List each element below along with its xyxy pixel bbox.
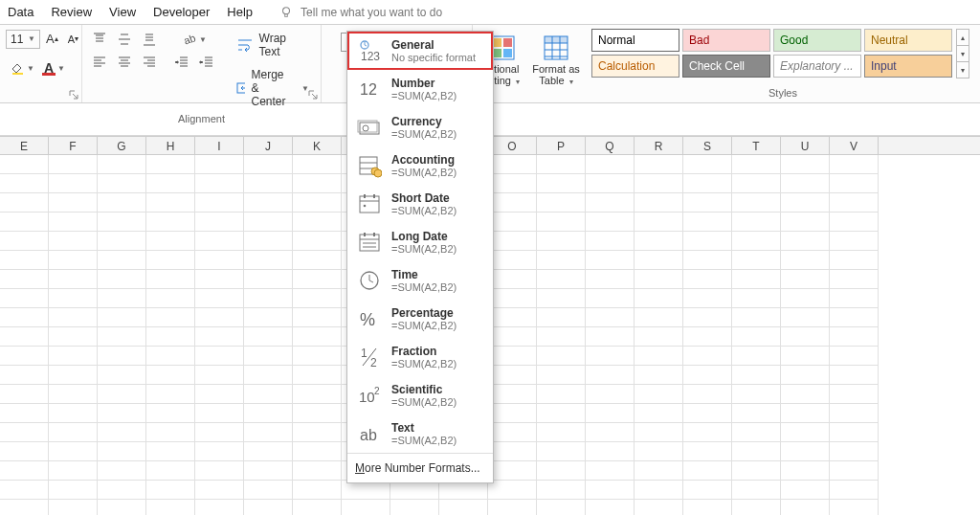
cell[interactable] [830, 308, 879, 327]
number-format-accounting[interactable]: Accounting=SUM(A2,B2) [347, 146, 493, 185]
style-check-cell[interactable]: Check Cell [682, 55, 770, 78]
cell[interactable] [195, 500, 244, 515]
decrease-indent-button[interactable] [170, 52, 193, 73]
cell[interactable] [586, 270, 635, 289]
cell[interactable] [830, 193, 879, 213]
cell[interactable] [830, 289, 879, 308]
cell[interactable] [49, 174, 98, 193]
cell[interactable] [49, 289, 98, 308]
cell[interactable] [830, 385, 879, 404]
cell[interactable] [781, 461, 830, 481]
font-size-combo[interactable]: 11 ▼ [6, 30, 40, 49]
cell[interactable] [293, 213, 342, 232]
cell[interactable] [146, 442, 195, 461]
cell[interactable] [293, 500, 342, 515]
cell[interactable] [488, 327, 537, 347]
cell-styles-gallery[interactable]: NormalBadGoodNeutralCalculationCheck Cel… [591, 29, 952, 78]
cell[interactable] [781, 270, 830, 289]
cell[interactable] [49, 213, 98, 232]
cell[interactable] [195, 461, 244, 481]
cell[interactable] [781, 155, 830, 174]
cell[interactable] [49, 155, 98, 174]
cell[interactable] [488, 404, 537, 423]
cell[interactable] [586, 385, 635, 404]
cell[interactable] [830, 251, 879, 270]
menu-view[interactable]: View [109, 5, 136, 19]
cell[interactable] [635, 193, 683, 213]
column-header[interactable]: V [830, 137, 879, 154]
cell[interactable] [635, 174, 683, 193]
cell[interactable] [732, 174, 781, 193]
cell[interactable] [586, 251, 635, 270]
cell[interactable] [0, 461, 49, 481]
cell[interactable] [244, 174, 293, 193]
cell[interactable] [488, 385, 537, 404]
number-format-long-date[interactable]: Long Date=SUM(A2,B2) [347, 223, 493, 261]
cell[interactable] [586, 442, 635, 461]
cell[interactable] [683, 308, 732, 327]
cell[interactable] [781, 213, 830, 232]
cell[interactable] [537, 347, 586, 366]
align-bottom-button[interactable] [138, 29, 161, 50]
cell[interactable] [244, 308, 293, 327]
cell[interactable] [293, 481, 342, 500]
cell[interactable] [293, 461, 342, 481]
cell[interactable] [781, 327, 830, 347]
cell[interactable] [488, 270, 537, 289]
cell[interactable] [293, 366, 342, 385]
cell[interactable] [683, 481, 732, 500]
cell[interactable] [732, 155, 781, 174]
cell[interactable] [683, 193, 732, 213]
decrease-font-button[interactable]: A▾ [64, 31, 82, 48]
increase-font-button[interactable]: A▴ [42, 29, 62, 49]
cell[interactable] [0, 442, 49, 461]
cell[interactable] [781, 347, 830, 366]
cell[interactable] [49, 327, 98, 347]
cell[interactable] [98, 423, 146, 442]
cell[interactable] [635, 461, 683, 481]
cell[interactable] [537, 251, 586, 270]
cell[interactable] [732, 213, 781, 232]
cell[interactable] [98, 461, 146, 481]
number-format-number[interactable]: 12Number=SUM(A2,B2) [347, 70, 493, 108]
cell[interactable] [293, 347, 342, 366]
cell[interactable] [293, 289, 342, 308]
cell[interactable] [439, 481, 488, 500]
cell[interactable] [586, 174, 635, 193]
fill-color-button[interactable]: ▼ [6, 57, 38, 78]
cell[interactable] [0, 385, 49, 404]
cell[interactable] [537, 404, 586, 423]
cell[interactable] [146, 500, 195, 515]
cell[interactable] [244, 423, 293, 442]
cell[interactable] [98, 347, 146, 366]
cell[interactable] [49, 500, 98, 515]
cell[interactable] [0, 500, 49, 515]
cell[interactable] [586, 213, 635, 232]
tell-me-search[interactable]: Tell me what you want to do [279, 6, 442, 19]
cell[interactable] [0, 308, 49, 327]
cell[interactable] [195, 155, 244, 174]
format-as-table-button[interactable]: Format asTable ▾ [532, 29, 580, 92]
cell[interactable] [195, 442, 244, 461]
cell[interactable] [195, 174, 244, 193]
cell[interactable] [537, 461, 586, 481]
cell[interactable] [49, 232, 98, 251]
cell[interactable] [732, 289, 781, 308]
number-format-fraction[interactable]: 12Fraction=SUM(A2,B2) [347, 338, 493, 376]
cell[interactable] [830, 174, 879, 193]
style-input[interactable]: Input [864, 55, 952, 78]
cell[interactable] [488, 174, 537, 193]
align-left-button[interactable] [88, 52, 111, 73]
menu-data[interactable]: Data [8, 5, 33, 19]
column-header[interactable]: F [49, 137, 98, 154]
cell[interactable] [98, 500, 146, 515]
cell[interactable] [0, 366, 49, 385]
cell[interactable] [635, 500, 683, 515]
cell[interactable] [488, 423, 537, 442]
cell[interactable] [195, 423, 244, 442]
cell[interactable] [732, 251, 781, 270]
column-header[interactable]: E [0, 137, 49, 154]
cell[interactable] [244, 289, 293, 308]
cell[interactable] [830, 347, 879, 366]
cell[interactable] [488, 442, 537, 461]
